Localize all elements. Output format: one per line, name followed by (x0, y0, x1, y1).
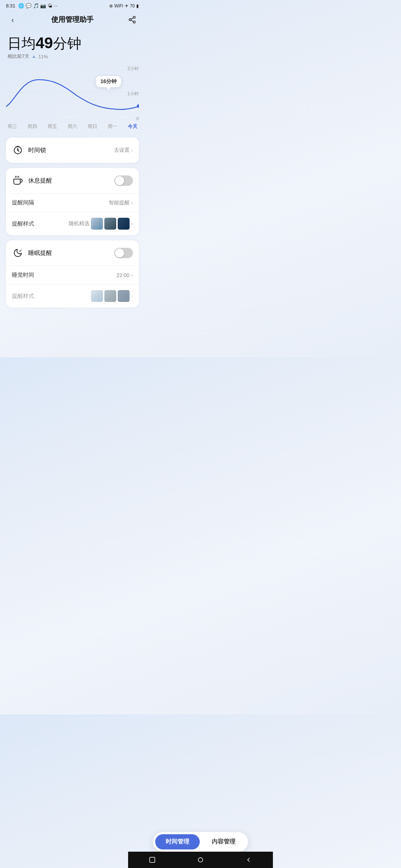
wifi-icon: WiFi (114, 3, 123, 9)
svg-line-4 (131, 18, 133, 19)
sleep-toggle[interactable] (114, 248, 133, 258)
stats-section: 日均49分钟 相比前7天 ▲ 11% (0, 31, 145, 60)
sleep-thumb-2 (104, 290, 116, 302)
rest-reminder-header: 休息提醒 (6, 168, 139, 194)
sleep-style-label: 提醒样式 (12, 293, 91, 300)
sleep-time-row[interactable]: 睡觉时间 22:00 › (6, 266, 139, 285)
rest-style-row[interactable]: 提醒样式 随机精选 › (6, 212, 139, 235)
svg-line-3 (131, 20, 133, 22)
thumb-2 (104, 218, 116, 230)
style-thumbnails (91, 218, 130, 230)
rest-icon (12, 175, 24, 187)
daily-suffix: 分钟 (53, 36, 81, 51)
rest-interval-chevron-icon: › (131, 200, 133, 206)
time-lock-chevron-icon: › (131, 147, 133, 153)
daily-value: 49 (36, 34, 53, 52)
sleep-time-value[interactable]: 22:00 › (117, 272, 133, 279)
battery-icon: ▮ (136, 3, 139, 9)
time-lock-label: 时间锁 (28, 147, 114, 154)
chart-line-svg (6, 66, 139, 119)
sleep-time-text: 22:00 (117, 272, 130, 278)
y-label-1h: 1小时 (127, 91, 139, 97)
sleep-time-label: 睡觉时间 (12, 272, 117, 279)
back-button[interactable]: ‹ (6, 13, 19, 26)
rest-style-value[interactable]: 随机精选 › (69, 218, 133, 230)
svg-rect-10 (17, 149, 19, 151)
daily-average: 日均49分钟 (7, 34, 137, 52)
airplane-icon: ✈ (125, 3, 128, 9)
battery-label: 70 (130, 3, 135, 9)
rest-style-chevron-icon: › (131, 220, 133, 227)
day-fri: 周五 (48, 123, 57, 130)
rest-toggle[interactable] (114, 175, 133, 186)
day-thu: 周四 (27, 123, 37, 130)
sleep-reminder-header: z z 睡眠提醒 (6, 240, 139, 266)
status-bar: 8:31 🌐 💬 🎵 📷 🌤 ··· ⊕ WiFi ✈ 70 ▮ (0, 0, 145, 10)
sleep-reminder-card: z z 睡眠提醒 睡觉时间 22:00 › 提醒样式 › (6, 240, 139, 308)
sleep-icon: z z (12, 247, 24, 259)
day-mon: 周一 (108, 123, 117, 130)
svg-text:z: z (21, 249, 22, 251)
rest-interval-value[interactable]: 智能提醒 › (109, 200, 133, 206)
sleep-thumb-1 (91, 290, 103, 302)
rest-label: 休息提醒 (28, 177, 114, 185)
usage-chart: 2小时 1小时 0 16分钟 周三 周四 周五 周六 周日 周一 今天 (0, 66, 145, 132)
rest-reminder-card: 休息提醒 提醒间隔 智能提醒 › 提醒样式 随机精选 › (6, 168, 139, 235)
day-sat: 周六 (68, 123, 77, 130)
sleep-style-thumbnails (91, 290, 130, 302)
day-wed: 周三 (7, 123, 17, 130)
tooltip-value: 16分钟 (100, 78, 117, 84)
sleep-style-chevron-icon: › (131, 293, 133, 299)
rest-interval-text: 智能提醒 (109, 200, 130, 206)
time-label: 8:31 (6, 3, 15, 9)
page-title: 使用管理助手 (19, 15, 125, 24)
time-lock-icon (12, 144, 24, 156)
day-sun: 周日 (88, 123, 97, 130)
sleep-style-row[interactable]: 提醒样式 › (6, 285, 139, 308)
time-lock-action[interactable]: 去设置 › (114, 147, 133, 154)
trend-arrow-icon: ▲ (32, 54, 36, 59)
chart-days: 周三 周四 周五 周六 周日 周一 今天 (6, 121, 139, 130)
thumb-3 (118, 218, 130, 230)
day-today: 今天 (128, 123, 137, 130)
chart-y-labels: 2小时 1小时 0 (127, 66, 139, 121)
status-time: 8:31 🌐 💬 🎵 📷 🌤 ··· (6, 3, 58, 9)
y-label-2h: 2小时 (127, 66, 139, 72)
share-button[interactable] (125, 13, 139, 26)
daily-prefix: 日均 (7, 36, 36, 51)
rest-interval-label: 提醒间隔 (12, 199, 109, 206)
thumb-1 (91, 218, 103, 230)
compare-label: 相比前7天 (7, 53, 29, 60)
sleep-label: 睡眠提醒 (28, 249, 114, 257)
sleep-time-chevron-icon: › (131, 272, 133, 279)
rest-interval-row[interactable]: 提醒间隔 智能提醒 › (6, 194, 139, 212)
time-lock-row[interactable]: 时间锁 去设置 › (6, 138, 139, 163)
chart-tooltip: 16分钟 (96, 76, 121, 87)
status-app-icons: 🌐 💬 🎵 📷 🌤 ··· (18, 3, 58, 9)
y-label-0: 0 (136, 116, 139, 121)
time-lock-card: 时间锁 去设置 › (6, 138, 139, 163)
rest-style-label: 提醒样式 (12, 220, 69, 227)
signal-icon: ⊕ (109, 3, 113, 9)
rest-style-text: 随机精选 (69, 220, 89, 227)
time-lock-action-label: 去设置 (114, 147, 130, 154)
trend-percent: 11% (38, 54, 48, 59)
nav-bar: ‹ 使用管理助手 (0, 10, 145, 31)
status-right-icons: ⊕ WiFi ✈ 70 ▮ (109, 3, 139, 9)
sleep-thumb-3 (118, 290, 130, 302)
sleep-style-value[interactable]: › (91, 290, 133, 302)
stats-compare: 相比前7天 ▲ 11% (7, 53, 137, 60)
